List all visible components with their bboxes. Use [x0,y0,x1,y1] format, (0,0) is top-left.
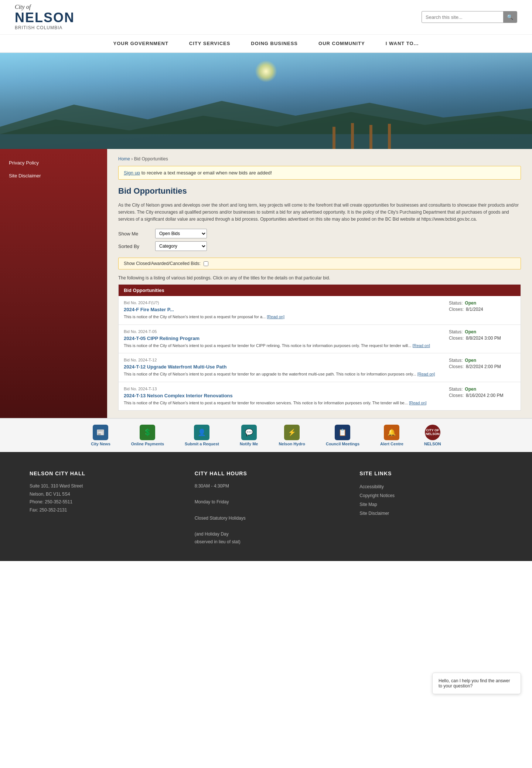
logo-nelson: NELSON [15,10,75,25]
submit-request-label: Submit a Request [185,442,219,446]
bid-right: Status:Open Closes:8/1/2024 [449,300,515,312]
bid-left: Bid No. 2024-F(U?) 2024-F Fire Master P.… [124,300,449,320]
nelson-logo-label: NELSON [424,442,441,446]
bid-right: Status:Open Closes:8/16/2024 2:00 PM [449,387,515,398]
bid-description: This is notice of the City of Nelson's i… [124,371,441,377]
bottom-nav-nelson-hydro[interactable]: ⚡ Nelson Hydro [268,422,316,449]
show-closed-button[interactable]: Show Closed/Awarded/Cancelled Bids: [118,258,521,269]
city-news-label: City News [91,442,110,446]
footer-col1-heading: NELSON CITY HALL [30,470,173,476]
nav-city-services[interactable]: CITY SERVICES [179,35,241,52]
footer-link-sitemap[interactable]: Site Map [359,500,502,509]
svg-rect-4 [351,123,354,149]
bid-title-link[interactable]: 2024-T-12 Upgrade Waterfront Multi-Use P… [124,364,226,370]
page-description: As the City of Nelson grows and develops… [118,202,521,223]
svg-rect-2 [0,134,532,149]
show-closed-checkbox[interactable] [204,261,208,266]
bid-title: 2024-T-12 Upgrade Waterfront Multi-Use P… [124,364,441,370]
bid-title-link[interactable]: 2024-T-13 Nelson Complex Interior Renova… [124,393,233,398]
search-input[interactable] [422,12,503,22]
alert-text: to receive a text message or email when … [140,170,272,176]
alert-centre-icon: 🔔 [384,425,399,440]
bottom-nav: 📰 City News 💲 Online Payments 👤 Submit a… [0,418,532,452]
page-title: Bid Opportunities [118,186,521,196]
nelson-hydro-icon: ⚡ [284,425,300,440]
bid-read-more[interactable]: [Read on] [412,343,430,348]
sidebar-privacy-policy[interactable]: Privacy Policy [0,156,107,169]
sorted-by-filter: Sorted By Category Date Title [118,241,521,251]
council-meetings-label: Council Meetings [326,442,359,446]
bid-left: Bid No. 2024-T-05 2024-T-05 CIPP Relinin… [124,329,449,349]
breadcrumb-current: Bid Opportunities [134,156,168,162]
bottom-nav-submit-request[interactable]: 👤 Submit a Request [174,422,229,449]
footer-city: Nelson, BC V1L 5S4 [30,492,70,497]
bid-table: Bid Opportunities Bid No. 2024-F(U?) 202… [118,284,521,411]
nav-i-want-to[interactable]: I WANT TO... [375,35,429,52]
bid-title: 2024-F Fire Master P... [124,306,441,312]
bid-description: This is notice of the City of Nelson's i… [124,343,441,349]
nav-doing-business[interactable]: DOING BUSINESS [241,35,308,52]
svg-rect-3 [332,127,335,149]
logo[interactable]: City of NELSON BRITISH COLUMBIA [15,4,75,31]
footer-link-copyright[interactable]: Copyright Notices [359,491,502,500]
footer-hours-line5: observed in lieu of stat) [195,539,241,544]
bid-no: Bid No. 2024-T-12 [124,358,441,362]
footer-col2-heading: CITY HALL HOURS [195,470,338,476]
nav-your-government[interactable]: YOUR GOVERNMENT [103,35,179,52]
filters: Show Me Open Bids Closed Bids All Bids S… [118,229,521,251]
show-closed-label: Show Closed/Awarded/Cancelled Bids: [124,261,201,266]
footer-phone: Phone: 250-352-5511 [30,499,72,504]
table-row: Bid No. 2024-T-05 2024-T-05 CIPP Relinin… [119,325,521,354]
council-meetings-icon: 📋 [335,425,350,440]
breadcrumb: Home › Bid Opportunities [118,156,521,162]
footer-link-disclaimer[interactable]: Site Disclaimer [359,509,502,518]
bottom-nav-nelson-logo[interactable]: CITY OFNELSON NELSON [414,422,451,449]
footer-hours-line3: Closed Statutory Holidays [195,516,246,521]
hero-image [0,53,532,149]
bid-title-link[interactable]: 2024-F Fire Master P... [124,307,174,312]
bid-read-more[interactable]: [Read on] [417,372,435,376]
bid-read-more[interactable]: [Read on] [267,315,284,319]
sorted-by-label: Sorted By [118,244,151,249]
footer-col3-heading: SITE LINKS [359,470,502,476]
bottom-nav-notify-me[interactable]: 💬 Notify Me [229,422,269,449]
svg-rect-5 [369,125,372,149]
bid-right: Status:Open Closes:8/2/2024 2:00 PM [449,358,515,369]
bid-title: 2024-T-05 CIPP Relining Program [124,335,441,341]
bid-left: Bid No. 2024-T-12 2024-T-12 Upgrade Wate… [124,358,449,377]
breadcrumb-home[interactable]: Home [118,156,130,162]
bottom-nav-council-meetings[interactable]: 📋 Council Meetings [316,422,370,449]
bottom-nav-city-news[interactable]: 📰 City News [81,422,121,449]
online-payments-label: Online Payments [131,442,164,446]
sidebar-site-disclaimer[interactable]: Site Disclaimer [0,169,107,182]
main-nav: YOUR GOVERNMENT CITY SERVICES DOING BUSI… [0,35,532,53]
bid-read-more[interactable]: [Read on] [409,401,427,405]
footer-link-accessibility[interactable]: Accessibility [359,482,502,491]
notify-me-label: Notify Me [240,442,258,446]
nav-our-community[interactable]: OUR COMMUNITY [308,35,375,52]
footer-address: Suite 101, 310 Ward Street [30,483,83,489]
show-me-label: Show Me [118,231,151,237]
footer: NELSON CITY HALL Suite 101, 310 Ward Str… [0,452,532,561]
logo-bc: BRITISH COLUMBIA [15,25,62,30]
logo-city-of: City of [15,4,31,10]
search-bar[interactable]: 🔍 [422,11,517,23]
online-payments-icon: 💲 [140,425,155,440]
footer-site-links: SITE LINKS Accessibility Copyright Notic… [359,470,502,546]
bottom-nav-online-payments[interactable]: 💲 Online Payments [121,422,174,449]
show-me-select[interactable]: Open Bids Closed Bids All Bids [155,229,207,238]
main-content: Home › Bid Opportunities Sign up to rece… [107,149,532,418]
alert-signup-link[interactable]: Sign up [124,170,140,176]
bid-title-link[interactable]: 2024-T-05 CIPP Relining Program [124,336,200,341]
footer-hours-line1: 8:30AM - 4:30PM [195,483,229,489]
bid-right: Status:Open Closes:8/8/2024 3:00 PM [449,329,515,341]
sorted-by-select[interactable]: Category Date Title [155,241,207,251]
search-button[interactable]: 🔍 [503,11,517,23]
footer-hours: CITY HALL HOURS 8:30AM - 4:30PM Monday t… [195,470,338,546]
bid-no: Bid No. 2024-F(U?) [124,300,441,305]
bottom-nav-alert-centre[interactable]: 🔔 Alert Centre [370,422,414,449]
alert-box: Sign up to receive a text message or ema… [118,166,521,180]
table-row: Bid No. 2024-F(U?) 2024-F Fire Master P.… [119,296,521,325]
footer-fax: Fax: 250-352-2131 [30,507,67,513]
footer-city-hall: NELSON CITY HALL Suite 101, 310 Ward Str… [30,470,173,546]
